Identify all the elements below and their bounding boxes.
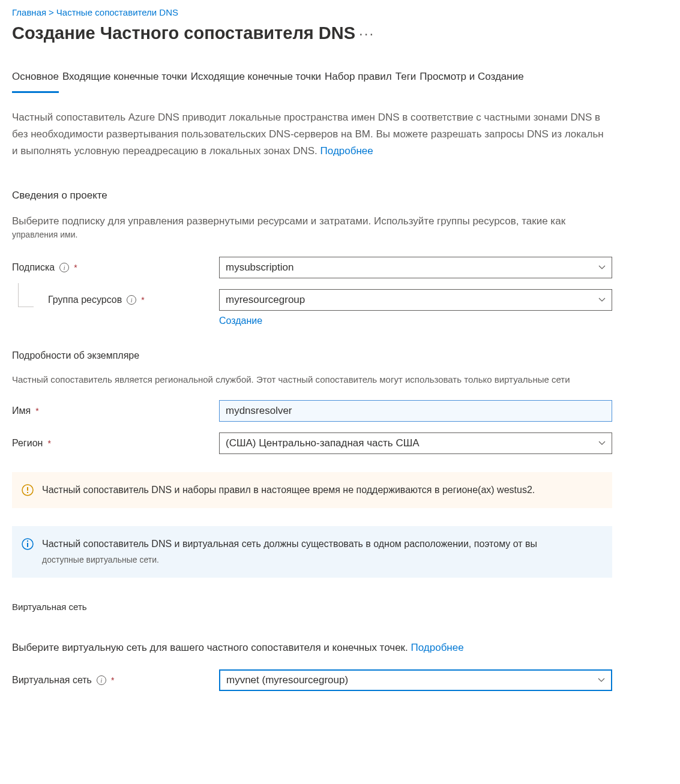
breadcrumb-parent[interactable]: Частные сопоставители DNS — [56, 7, 178, 17]
alert-warning: Частный сопоставитель DNS и наборы прави… — [12, 472, 612, 508]
section-vnet-title: Виртуальная сеть — [12, 602, 612, 612]
tab-inbound[interactable]: Входящие конечные точки — [62, 67, 187, 93]
info-icon[interactable]: i — [127, 295, 136, 305]
svg-rect-4 — [27, 543, 28, 547]
info-icon[interactable]: i — [97, 675, 106, 685]
intro-text: Частный сопоставитель Azure DNS приводит… — [12, 109, 612, 160]
tab-tags[interactable]: Теги — [396, 67, 417, 93]
breadcrumb-home[interactable]: Главная — [12, 7, 46, 17]
create-new-rg-link[interactable]: Создание — [219, 316, 612, 326]
svg-rect-5 — [27, 540, 28, 542]
alert-info: Частный сопоставитель DNS и виртуальная … — [12, 526, 612, 578]
section-project-title: Сведения о проекте — [12, 190, 612, 202]
tab-basics[interactable]: Основное — [12, 67, 59, 93]
tab-outbound[interactable]: Исходящие конечные точки — [191, 67, 321, 93]
chevron-down-icon — [598, 440, 606, 447]
tab-ruleset[interactable]: Набор правил — [325, 67, 392, 93]
resource-group-dropdown[interactable]: myresourcegroup — [219, 289, 612, 311]
subscription-label: Подписка i * — [12, 262, 219, 273]
region-label: Регион * — [12, 438, 219, 449]
chevron-down-icon — [598, 264, 606, 271]
section-vnet-desc: Выберите виртуальную сеть для вашего час… — [12, 642, 612, 654]
chevron-down-icon — [598, 677, 605, 684]
more-actions-icon[interactable]: ··· — [359, 31, 375, 37]
subscription-dropdown[interactable]: mysubscription — [219, 257, 612, 278]
intro-learn-more[interactable]: Подробнее — [320, 145, 373, 157]
name-label: Имя * — [12, 405, 219, 416]
chevron-down-icon — [598, 296, 606, 304]
section-instance-title: Подробности об экземпляре — [12, 350, 612, 361]
svg-rect-2 — [27, 492, 28, 493]
breadcrumb: Главная > Частные сопоставители DNS — [12, 7, 612, 17]
info-icon — [22, 538, 34, 550]
section-instance-desc: Частный сопоставитель является региональ… — [12, 374, 612, 385]
vnet-learn-more[interactable]: Подробнее — [411, 642, 464, 653]
warning-icon — [22, 484, 34, 496]
vnet-label: Виртуальная сеть i * — [12, 675, 219, 686]
info-icon[interactable]: i — [59, 263, 69, 272]
breadcrumb-sep: > — [49, 7, 54, 17]
tab-review-create[interactable]: Просмотр и Создание — [420, 67, 523, 93]
resource-group-label: Группа ресурсов i * — [12, 295, 219, 305]
region-dropdown[interactable]: (США) Центрально-западная часть США — [219, 432, 612, 454]
page-title: Создание Частного сопоставителя DNS — [12, 23, 355, 43]
svg-rect-1 — [27, 487, 28, 491]
name-input[interactable]: mydnsresolver — [219, 400, 612, 422]
tabs: Основное Входящие конечные точки Исходящ… — [12, 67, 612, 94]
vnet-dropdown[interactable]: myvnet (myresourcegroup) — [219, 669, 612, 691]
section-project-desc: Выберите подписку для управления разверн… — [12, 215, 612, 241]
